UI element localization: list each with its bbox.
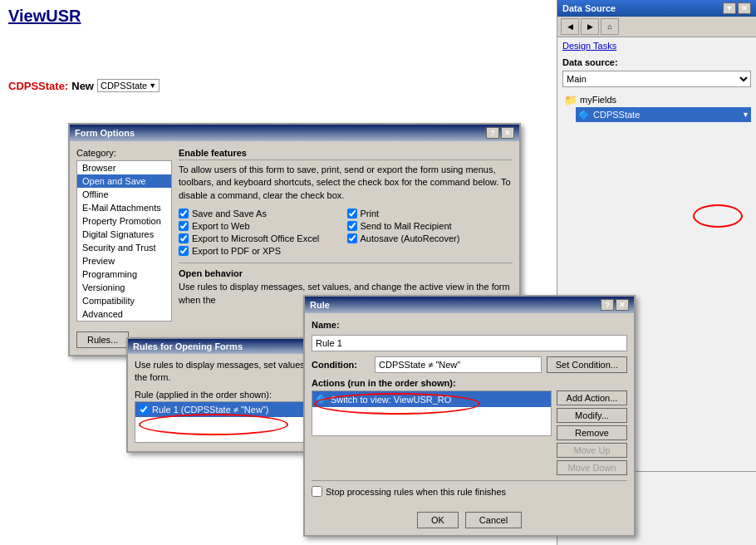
tree-selected-item[interactable]: 🔷 CDPSState ▼ [576,107,751,122]
modify-button[interactable]: Modify... [557,408,627,423]
autosave-label: Autosave (AutoRecover) [361,233,460,243]
stop-rule-checkbox[interactable] [312,486,322,497]
right-panel-title: Data Source [562,3,616,13]
category-header: Category: [76,148,172,158]
folder-icon: 📁 [564,93,577,106]
rule-dialog-footer: OK Cancel [305,508,634,535]
export-excel-label: Export to Microsoft Office Excel [192,233,319,243]
toolbar-forward-btn[interactable]: ▶ [581,18,599,35]
rule-item-label: Rule 1 (CDPSState ≠ "New") [152,405,268,415]
features-title: Enable features [179,148,513,160]
tree-root-item[interactable]: 📁 myFields [562,92,751,107]
autosave-checkbox[interactable] [347,233,357,243]
rule-dialog-close-btn[interactable]: ✕ [616,299,629,311]
right-panel-controls: ▼ ✕ [723,2,751,14]
checkbox-save: Save and Save As [179,209,345,218]
toolbar-home-btn[interactable]: ⌂ [601,18,619,35]
actions-buttons: Add Action... Modify... Remove Move Up M… [557,390,627,475]
condition-row: Condition: CDPSState ≠ "New" Set Conditi… [312,356,627,373]
export-excel-checkbox[interactable] [179,233,189,243]
category-preview[interactable]: Preview [77,254,171,268]
category-security[interactable]: Security and Trust [77,241,171,254]
category-programming[interactable]: Programming [77,268,171,281]
checkbox-export-web: Export to Web [179,221,345,231]
stop-rule-label: Stop processing rules when this rule fin… [326,487,506,497]
save-checkbox[interactable] [179,209,189,218]
set-condition-button[interactable]: Set Condition... [547,356,627,373]
category-browser[interactable]: Browser [77,161,171,174]
checkbox-grid: Save and Save As Print Export to Web Sen… [179,209,513,256]
right-panel-titlebar: Data Source ▼ ✕ [557,0,756,17]
form-options-help-btn[interactable]: ? [486,127,499,139]
actions-label: Actions (run in the order shown): [312,378,627,388]
right-panel-toolbar: ◀ ▶ ⌂ [557,17,756,37]
checkbox-autosave: Autosave (AutoRecover) [347,233,513,243]
tree-root-label: myFields [580,95,616,105]
category-advanced[interactable]: Advanced [77,307,171,321]
dropdown-arrow[interactable]: ▼ [742,110,749,119]
action-item[interactable]: 🔷 Switch to view: ViewUSR_RO [312,391,551,407]
tree-selected-label: CDPSState [593,110,640,120]
cdps-input-value: CDPSState [101,81,147,91]
condition-value: CDPSState ≠ "New" [375,356,542,373]
category-property[interactable]: Property Promotion [77,214,171,228]
rules-button[interactable]: Rules... [76,331,129,348]
rule-body: Name: Condition: CDPSState ≠ "New" Set C… [305,313,634,508]
right-panel-close-btn[interactable]: ✕ [738,2,751,14]
datasource-select[interactable]: Main [562,71,751,87]
tree-area: 📁 myFields 🔷 CDPSState ▼ [557,89,756,125]
export-pdf-checkbox[interactable] [179,246,189,256]
field-icon: 🔷 [577,108,591,121]
cdps-label-area: CDPSState: New CDPSState ▼ [8,79,160,92]
rule-name-input[interactable] [312,335,627,351]
move-down-button[interactable]: Move Down [557,460,627,475]
category-compatibility[interactable]: Compatibility [77,294,171,307]
design-tasks-link[interactable]: Design Tasks [557,37,756,54]
category-list: Browser Open and Save Offline E-Mail Att… [76,160,172,322]
rule-dialog-controls: ? ✕ [601,299,629,311]
cdps-state-label: CDPSState: [8,80,68,92]
form-options-controls: ? ✕ [486,127,514,139]
actions-section: Actions (run in the order shown): 🔷 Swit… [312,378,627,475]
category-open-save[interactable]: Open and Save [77,174,171,188]
form-options-close-btn[interactable]: ✕ [501,127,514,139]
cdps-state-circle [693,204,743,228]
send-mail-label: Send to Mail Recipient [361,221,452,231]
category-offline[interactable]: Offline [77,188,171,201]
cancel-button[interactable]: Cancel [465,512,522,528]
add-action-button[interactable]: Add Action... [557,390,627,405]
actions-list-wrap: 🔷 Switch to view: ViewUSR_RO Add Action.… [312,390,627,475]
move-up-button[interactable]: Move Up [557,443,627,458]
condition-label: Condition: [312,360,370,370]
save-label: Save and Save As [192,209,267,218]
remove-button[interactable]: Remove [557,425,627,440]
action-item-label: Switch to view: ViewUSR_RO [331,395,451,405]
form-options-titlebar: Form Options ? ✕ [70,125,519,141]
category-section: Category: Browser Open and Save Offline … [76,148,172,322]
actions-list: 🔷 Switch to view: ViewUSR_RO [312,390,552,436]
rule-name-label: Name: [312,320,370,330]
category-email[interactable]: E-Mail Attachments [77,201,171,214]
export-web-label: Export to Web [192,221,250,231]
app-title: ViewUSR [8,7,81,26]
cdps-input-box[interactable]: CDPSState ▼ [97,79,160,92]
rule-checkbox[interactable] [139,405,149,415]
right-panel-pin-btn[interactable]: ▼ [723,2,736,14]
action-icon: 🔷 [316,394,327,405]
send-mail-checkbox[interactable] [347,221,357,231]
print-checkbox[interactable] [347,209,357,218]
checkbox-send-mail: Send to Mail Recipient [347,221,513,231]
export-web-checkbox[interactable] [179,221,189,231]
checkbox-export-excel: Export to Microsoft Office Excel [179,233,345,243]
print-label: Print [361,209,380,218]
category-digital[interactable]: Digital Signatures [77,228,171,241]
rule-dialog-help-btn[interactable]: ? [601,299,614,311]
features-desc: To allow users of this form to save, pri… [179,164,513,202]
ok-button[interactable]: OK [417,512,459,528]
rule-dialog-titlebar: Rule ? ✕ [305,297,634,313]
rule-dialog: Rule ? ✕ Name: Condition: CDPSState ≠ "N… [303,295,636,537]
cdps-dropdown-icon[interactable]: ▼ [149,81,156,90]
toolbar-back-btn[interactable]: ◀ [561,18,579,35]
category-versioning[interactable]: Versioning [77,281,171,294]
rule-name-row: Name: [312,320,627,330]
